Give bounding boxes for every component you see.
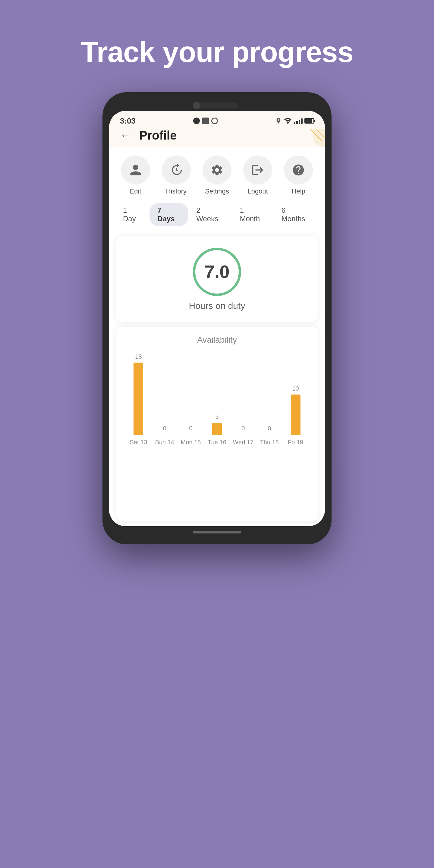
app-content: ← Profile Edit — [109, 129, 325, 526]
status-ring-icon — [211, 118, 218, 124]
battery-icon — [304, 118, 314, 124]
status-time: 3:03 — [120, 116, 135, 126]
chart-bar — [133, 363, 143, 435]
help-label: Help — [292, 187, 305, 195]
chart-day-label: Sun 14 — [152, 439, 178, 446]
status-bar: 3:03 — [109, 111, 325, 129]
chart-day-label: Thu 18 — [256, 439, 282, 446]
phone-device: 3:03 — [102, 92, 332, 544]
edit-label: Edit — [130, 187, 141, 195]
help-menu-item[interactable]: Help — [284, 156, 313, 195]
bar-group: 18 — [125, 353, 152, 435]
chart-bar — [291, 395, 301, 435]
settings-label: Settings — [205, 187, 229, 195]
phone-screen: 3:03 — [109, 111, 325, 526]
filter-7days[interactable]: 7 Days — [150, 203, 188, 226]
gear-icon — [210, 163, 224, 177]
corner-decoration-icon — [289, 129, 325, 147]
chart-bar — [186, 434, 195, 435]
page-title: Profile — [139, 129, 177, 142]
bar-group: 0 — [178, 425, 204, 435]
edit-menu-item[interactable]: Edit — [121, 156, 150, 195]
history-label: History — [166, 187, 187, 195]
history-icon-circle — [162, 156, 191, 184]
bar-value-label: 0 — [241, 425, 245, 432]
filter-1day[interactable]: 1 Day — [115, 203, 150, 226]
status-nfc-icon — [202, 118, 209, 124]
chart-day-label: Fri 19 — [282, 439, 309, 446]
status-right-icons — [275, 118, 314, 124]
signal-bars-icon — [294, 118, 303, 124]
hours-circle: 7.0 — [193, 248, 241, 296]
home-bar — [193, 531, 241, 533]
bar-value-label: 18 — [135, 353, 142, 360]
person-icon — [129, 163, 142, 177]
speaker-grille — [196, 102, 238, 108]
help-icon — [292, 163, 305, 177]
bar-group: 3 — [204, 413, 230, 435]
chart-labels: Sat 13Sun 14Mon 15Tue 16Wed 17Thu 18Fri … — [122, 435, 312, 446]
bar-group: 0 — [230, 425, 256, 435]
hours-label: Hours on duty — [189, 301, 245, 311]
hours-card: 7.0 Hours on duty — [116, 236, 318, 322]
filter-6months[interactable]: 6 Months — [274, 203, 319, 226]
edit-icon-circle — [121, 156, 150, 184]
history-icon — [170, 163, 183, 177]
hero-title: Track your progress — [81, 36, 353, 68]
chart-bars-area: 180030010 — [122, 351, 312, 435]
bar-value-label: 0 — [163, 425, 166, 432]
back-button[interactable]: ← — [120, 129, 131, 142]
chart-bar — [212, 423, 222, 435]
help-icon-circle — [284, 156, 313, 184]
filter-1month[interactable]: 1 Month — [232, 203, 274, 226]
availability-card: Availability 180030010 Sat 13Sun 14Mon 1… — [116, 327, 318, 521]
chart-bar — [265, 434, 274, 435]
location-icon — [275, 118, 282, 124]
logout-label: Logout — [248, 187, 268, 195]
bar-value-label: 10 — [292, 385, 299, 392]
bar-group: 0 — [152, 425, 178, 435]
status-dot-icon — [193, 118, 200, 124]
chart-day-label: Mon 15 — [178, 439, 204, 446]
hours-value: 7.0 — [204, 261, 229, 282]
history-menu-item[interactable]: History — [162, 156, 191, 195]
chart-day-label: Sat 13 — [125, 439, 152, 446]
filter-row: 1 Day 7 Days 2 Weeks 1 Month 6 Months — [109, 198, 325, 231]
wifi-icon — [284, 118, 292, 124]
logout-icon-circle — [243, 156, 272, 184]
bar-group: 0 — [256, 425, 282, 435]
status-left-icons — [193, 118, 218, 124]
filter-2weeks[interactable]: 2 Weeks — [188, 203, 232, 226]
chart-day-label: Wed 17 — [230, 439, 256, 446]
logout-menu-item[interactable]: Logout — [243, 156, 272, 195]
logout-icon — [251, 163, 264, 177]
svg-point-0 — [287, 123, 288, 124]
app-header: ← Profile — [109, 129, 325, 147]
availability-title: Availability — [122, 335, 312, 345]
settings-icon-circle — [203, 156, 231, 184]
bar-group: 10 — [282, 385, 309, 435]
settings-menu-item[interactable]: Settings — [203, 156, 231, 195]
chart-day-label: Tue 16 — [204, 439, 230, 446]
bar-value-label: 3 — [215, 413, 218, 421]
bar-value-label: 0 — [268, 425, 271, 432]
front-camera — [193, 102, 200, 109]
phone-top-bar — [109, 101, 325, 108]
icon-menu-row: Edit History — [109, 147, 325, 198]
bar-value-label: 0 — [189, 425, 193, 432]
chart-bar — [239, 434, 248, 435]
availability-chart: 180030010 Sat 13Sun 14Mon 15Tue 16Wed 17… — [122, 351, 312, 446]
chart-bar — [160, 434, 169, 435]
